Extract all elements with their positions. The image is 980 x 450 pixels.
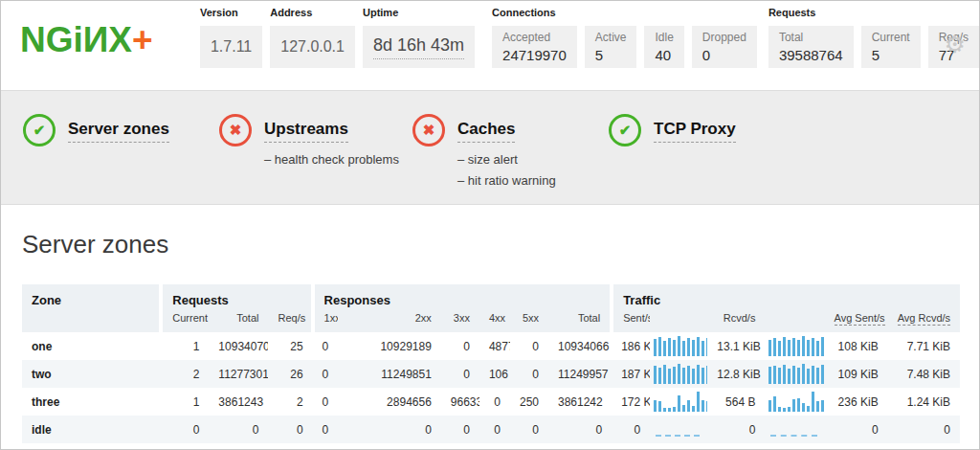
rcvd-sparkline bbox=[765, 416, 824, 443]
cell-avg-sent: 236 KiB bbox=[825, 388, 888, 416]
column-header-reqs: Req/s bbox=[268, 309, 312, 332]
cell-r2xx: 11249851 bbox=[338, 360, 441, 388]
sent-sparkline bbox=[650, 360, 707, 388]
requests-box-total: Total39588764 bbox=[768, 26, 854, 68]
spark-bar bbox=[788, 407, 791, 412]
group-header-traffic: Traffic bbox=[612, 284, 960, 309]
address-group: Address 127.0.0.1 bbox=[270, 7, 355, 68]
connections-boxes: Accepted24719970Active5Idle40Dropped0 bbox=[492, 26, 757, 68]
cell-r3xx: 966336 bbox=[441, 388, 479, 416]
connections-stat-label: Active bbox=[595, 31, 627, 44]
zone-cell: idle bbox=[22, 416, 161, 443]
spark-bar bbox=[812, 366, 814, 384]
version-group: Version 1.7.11 bbox=[200, 7, 262, 68]
connections-stat-value: 24719970 bbox=[502, 47, 567, 63]
cell-r3xx: 0 bbox=[441, 416, 479, 443]
zone-cell: one bbox=[22, 332, 161, 360]
connections-box-idle: Idle40 bbox=[644, 26, 683, 68]
spark-bar bbox=[802, 403, 805, 412]
connections-stat-label: Accepted bbox=[502, 31, 567, 44]
spark-bar bbox=[821, 365, 824, 384]
avg-sent-s-toggle[interactable]: Avg Sent/s bbox=[835, 312, 885, 326]
cell-r2xx: 0 bbox=[338, 416, 441, 443]
cell-rtotal: 11249957 bbox=[548, 360, 612, 388]
requests-stat-label: Current bbox=[872, 31, 910, 44]
spark-bar bbox=[673, 367, 676, 384]
spark-bar bbox=[783, 408, 786, 412]
spark-bar bbox=[768, 340, 771, 356]
sent-sparkline-chart bbox=[654, 336, 705, 356]
status-tab-tcp-proxy[interactable]: TCP Proxy bbox=[654, 120, 736, 143]
status-note: – hit ratio warning bbox=[457, 173, 556, 189]
spark-bar bbox=[697, 337, 700, 356]
cell-current: 2 bbox=[161, 360, 209, 388]
rcvd-sparkline bbox=[765, 360, 824, 388]
spark-bar bbox=[773, 366, 776, 384]
cell-rtotal: 3861242 bbox=[548, 388, 612, 416]
cell-r4xx: 106 bbox=[479, 360, 510, 388]
status-item-body: Caches– size alert– hit ratio warning bbox=[457, 114, 556, 190]
cell-total: 10934070 bbox=[209, 332, 268, 360]
gear-icon[interactable]: ⚙ bbox=[945, 33, 966, 56]
column-header-requests-total: Total bbox=[209, 309, 268, 332]
cell-r4xx: 0 bbox=[479, 388, 510, 416]
uptime-value[interactable]: 8d 16h 43m bbox=[373, 35, 464, 59]
spark-bar bbox=[658, 368, 661, 384]
status-note: – size alert bbox=[457, 152, 556, 168]
spark-bar bbox=[807, 406, 810, 412]
cell-r4xx: 4877 bbox=[479, 332, 510, 360]
spark-bar bbox=[792, 366, 795, 384]
column-header-sent-s: Sent/s bbox=[612, 309, 650, 332]
cell-rtotal: 0 bbox=[548, 416, 612, 443]
rcvd-sparkline-chart bbox=[768, 392, 822, 412]
status-item-tcp-proxy: ✔TCP Proxy bbox=[609, 114, 736, 146]
column-header-avg-sent-s: Avg Sent/s bbox=[825, 309, 888, 332]
status-ok-check-icon: ✔ bbox=[609, 114, 641, 146]
spark-bar bbox=[692, 406, 695, 412]
cell-avg-sent: 108 KiB bbox=[825, 332, 888, 360]
version-label: Version bbox=[200, 7, 262, 21]
spark-bar bbox=[768, 367, 771, 384]
zone-cell: two bbox=[22, 360, 161, 388]
cell-avg-rcvd: 7.48 KiB bbox=[888, 360, 960, 388]
spark-bar bbox=[654, 339, 657, 356]
column-header-3xx: 3xx bbox=[441, 309, 479, 332]
spark-bar bbox=[797, 340, 800, 356]
spark-bar bbox=[802, 336, 805, 356]
connections-stat-value: 40 bbox=[655, 47, 673, 63]
cell-current: 1 bbox=[161, 332, 209, 360]
rcvd-sparkline-chart-flat bbox=[768, 419, 822, 439]
cell-r4xx: 0 bbox=[479, 416, 510, 443]
zone-cell: three bbox=[22, 388, 161, 416]
spark-bar bbox=[668, 338, 671, 356]
cell-rcvd: 12.8 KiB bbox=[707, 360, 765, 388]
cell-r5xx: 0 bbox=[510, 332, 548, 360]
spark-bar bbox=[682, 405, 685, 412]
column-header-zone: Zone bbox=[22, 284, 161, 332]
status-tab-upstreams[interactable]: Upstreams bbox=[264, 120, 348, 143]
spark-bar bbox=[802, 364, 805, 384]
spark-bar bbox=[692, 340, 695, 356]
status-item-body: TCP Proxy bbox=[654, 114, 736, 143]
cell-r5xx: 0 bbox=[510, 360, 548, 388]
spark-bar bbox=[706, 401, 707, 412]
connections-stat-value: 0 bbox=[702, 47, 746, 63]
column-header-rcvd-sparkline bbox=[765, 309, 824, 332]
spark-bar bbox=[797, 398, 800, 412]
spark-bar bbox=[663, 341, 666, 356]
uptime-box[interactable]: 8d 16h 43m bbox=[363, 26, 475, 68]
status-tab-caches[interactable]: Caches bbox=[457, 120, 515, 143]
spark-bar bbox=[702, 400, 704, 412]
column-header-sent-sparkline bbox=[650, 309, 707, 332]
spark-bar bbox=[702, 341, 704, 356]
nginx-logo-plus: + bbox=[132, 20, 153, 59]
sent-sparkline-chart bbox=[654, 392, 705, 412]
spark-bar bbox=[702, 368, 704, 384]
nginx-plus-dashboard: NGiИX+ Version 1.7.11 Address 127.0.0.1 … bbox=[0, 0, 980, 450]
status-tab-server-zones[interactable]: Server zones bbox=[68, 120, 169, 143]
spark-bar bbox=[773, 338, 776, 356]
spark-bar bbox=[682, 368, 685, 384]
cell-r1xx: 0 bbox=[313, 416, 338, 443]
avg-rcvd-s-toggle[interactable]: Avg Rcvd/s bbox=[898, 312, 950, 326]
cell-reqs: 25 bbox=[268, 332, 312, 360]
